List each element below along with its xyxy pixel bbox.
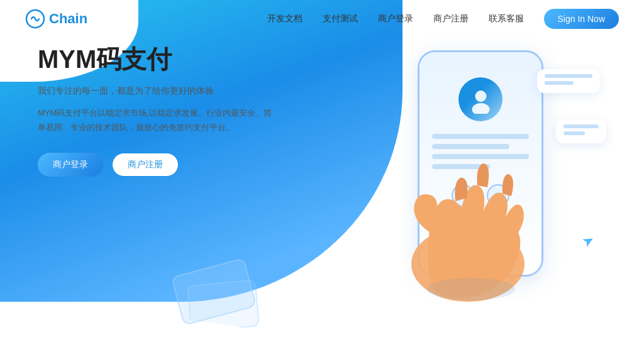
logo[interactable]: Chain	[25, 9, 87, 29]
chat-bubble-1	[537, 69, 600, 93]
nav-merchant-register[interactable]: 商户注册	[433, 13, 469, 25]
hero-buttons: 商户登录 商户注册	[38, 153, 277, 177]
hero-desc: MYM码支付平台以稳定求市场,以稳定求发展。行业内最安全、简单易用、专业的技术团…	[38, 106, 277, 135]
nav-merchant-login[interactable]: 商户登录	[378, 13, 413, 25]
bubble-line	[545, 74, 592, 78]
merchant-register-button[interactable]: 商户注册	[112, 153, 179, 177]
svg-point-1	[475, 91, 486, 102]
logo-icon	[25, 9, 45, 29]
svg-point-4	[427, 278, 515, 301]
logo-text: Chain	[49, 11, 87, 27]
chat-bubble-2	[556, 119, 606, 143]
hand-svg	[367, 107, 569, 308]
sign-in-button[interactable]: Sign In Now	[544, 9, 619, 29]
phone-illustration: ➤ ➤ ♥ ✕	[367, 31, 606, 308]
merchant-login-button[interactable]: 商户登录	[38, 153, 103, 177]
paper-plane-icon-2: ➤	[579, 231, 597, 251]
nav-contact[interactable]: 联系客服	[489, 13, 524, 25]
nav-devdocs[interactable]: 开发文档	[267, 13, 303, 25]
hand-illustration	[367, 107, 569, 308]
bubble-line	[545, 81, 574, 85]
header: Chain 开发文档 支付测试 商户登录 商户注册 联系客服 Sign In N…	[0, 0, 644, 38]
nav-paytest[interactable]: 支付测试	[323, 13, 358, 25]
hero-content: MYM码支付 我们专注的每一面，都是为了给你更好的体验 MYM码支付平台以稳定求…	[38, 44, 277, 177]
nav: 开发文档 支付测试 商户登录 商户注册 联系客服 Sign In Now	[267, 9, 619, 29]
hero-subtitle: 我们专注的每一面，都是为了给你更好的体验	[38, 86, 277, 97]
bottom-wave	[0, 304, 644, 342]
hero-title: MYM码支付	[38, 44, 277, 74]
bubble-line	[564, 131, 585, 135]
bubble-line	[564, 124, 599, 128]
